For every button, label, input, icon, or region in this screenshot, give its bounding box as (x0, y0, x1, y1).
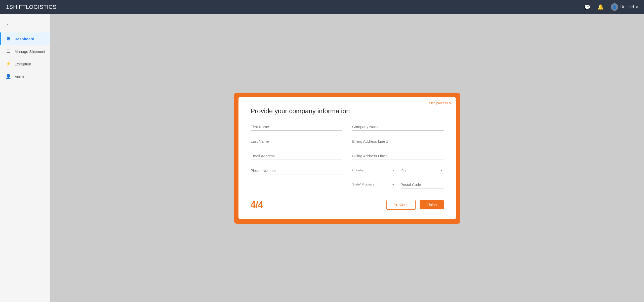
topbar-right: 💬 🔔 👤 Untitled ▾ (584, 3, 638, 11)
logo-bold: 1SHIFT (6, 4, 26, 10)
sidebar-item-exception[interactable]: ⚡ Exception (0, 58, 50, 70)
chat-icon[interactable]: 💬 (584, 4, 590, 10)
state-postal-row: State/ Province ▼ (352, 181, 444, 188)
finish-button[interactable]: Finish (420, 200, 444, 209)
modal-inner: Skip process ✕ Provide your company info… (238, 97, 456, 219)
user-menu[interactable]: 👤 Untitled ▾ (611, 3, 638, 11)
close-icon[interactable]: ✕ (449, 101, 452, 105)
country-field: Country ▼ (352, 167, 395, 174)
sidebar-item-label: Dashboard (15, 37, 34, 41)
state-select[interactable]: State/ Province (352, 181, 395, 188)
admin-icon: 👤 (6, 74, 11, 79)
sidebar-item-manage-shipment[interactable]: ☰ Manage Shipment (0, 45, 50, 58)
footer-buttons: Previous Finish (386, 200, 444, 210)
chevron-down-icon: ▾ (636, 5, 638, 10)
avatar: 👤 (611, 3, 618, 11)
sidebar-item-dashboard[interactable]: ⚙ Dashboard (0, 32, 50, 45)
modal-outer: Skip process ✕ Provide your company info… (234, 93, 460, 224)
skip-process-button[interactable]: Skip process ✕ (429, 101, 452, 105)
postal-input[interactable] (400, 181, 444, 188)
main-layout: ← ⚙ Dashboard ☰ Manage Shipment ⚡ Except… (0, 14, 644, 302)
company-name-input[interactable] (352, 123, 444, 131)
sidebar-item-label: Admin (15, 74, 25, 79)
app-logo: 1SHIFTLOGISTICS (6, 4, 57, 10)
back-button[interactable]: ← (0, 19, 50, 32)
exception-icon: ⚡ (6, 61, 11, 67)
email-input[interactable] (251, 152, 342, 160)
dashboard-icon: ⚙ (6, 36, 11, 42)
postal-field (400, 181, 444, 188)
email-field (251, 152, 342, 160)
bell-icon[interactable]: 🔔 (597, 4, 604, 10)
logo-light: LOGISTICS (26, 4, 57, 10)
city-select[interactable]: City (400, 167, 444, 174)
last-name-input[interactable] (251, 138, 342, 145)
billing-address2-input[interactable] (352, 152, 444, 160)
last-name-field (251, 138, 342, 145)
company-name-field (352, 123, 444, 131)
skip-label: Skip process (429, 101, 448, 105)
sidebar-item-label: Manage Shipment (15, 49, 45, 54)
sidebar: ← ⚙ Dashboard ☰ Manage Shipment ⚡ Except… (0, 14, 50, 302)
first-name-field (251, 123, 342, 131)
phone-input[interactable] (251, 167, 342, 174)
form-left-column (251, 123, 342, 196)
country-city-row: Country ▼ City ▼ (352, 167, 444, 174)
previous-button[interactable]: Previous (386, 200, 416, 210)
form-right-column: Country ▼ City ▼ (352, 123, 444, 196)
topbar: 1SHIFTLOGISTICS 💬 🔔 👤 Untitled ▾ (0, 0, 644, 14)
username-label: Untitled (620, 5, 634, 9)
sidebar-item-label: Exception (15, 62, 31, 66)
shipment-icon: ☰ (6, 49, 11, 54)
sidebar-item-admin[interactable]: 👤 Admin (0, 70, 50, 83)
billing-address2-field (352, 152, 444, 160)
modal-title: Provide your company information (251, 107, 444, 115)
state-field: State/ Province ▼ (352, 181, 395, 188)
phone-field (251, 167, 342, 174)
step-indicator: 4/4 (251, 200, 263, 210)
billing-address1-input[interactable] (352, 138, 444, 145)
country-select[interactable]: Country (352, 167, 395, 174)
content-area: Skip process ✕ Provide your company info… (50, 14, 644, 302)
company-info-form: Country ▼ City ▼ (251, 123, 444, 196)
modal-footer: 4/4 Previous Finish (251, 200, 444, 210)
user-icon: 👤 (612, 5, 617, 9)
billing-address1-field (352, 138, 444, 145)
first-name-input[interactable] (251, 123, 342, 131)
city-field: City ▼ (400, 167, 444, 174)
